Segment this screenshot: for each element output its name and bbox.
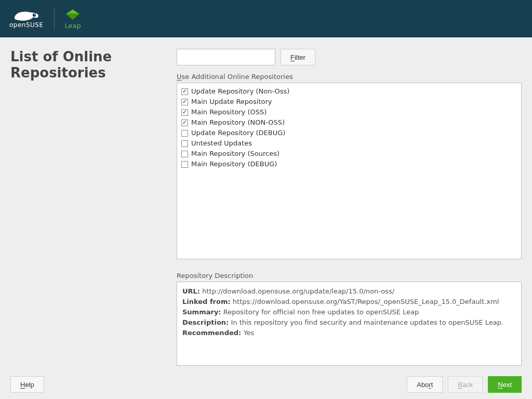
repo-checkbox[interactable]	[181, 130, 188, 137]
desc-description-value: In this repository you find security and…	[231, 318, 503, 326]
footer: Help Abort Back Next	[0, 370, 532, 399]
body: List of Online Repositories Filter Use A…	[0, 37, 532, 370]
desc-linked-value: https://download.opensuse.org/YaST/Repos…	[233, 298, 499, 305]
desc-section-label: Repository Description	[177, 272, 522, 280]
repo-row[interactable]: Main Repository (DEBUG)	[181, 159, 517, 169]
svg-point-1	[34, 14, 35, 15]
repo-checkbox[interactable]	[181, 161, 188, 168]
repo-checkbox[interactable]	[181, 151, 188, 157]
repo-checkbox[interactable]	[181, 88, 188, 95]
repo-row[interactable]: Update Repository (DEBUG)	[181, 128, 517, 138]
desc-recommended-key: Recommended:	[182, 329, 241, 337]
desc-linked-key: Linked from:	[182, 298, 231, 305]
repo-label: Untested Updates	[191, 138, 252, 149]
leap-wordmark: Leap	[65, 22, 81, 30]
gecko-icon	[12, 9, 41, 22]
leap-icon	[65, 8, 81, 21]
repo-label: Update Repository (DEBUG)	[191, 128, 285, 138]
repo-label: Main Repository (DEBUG)	[191, 159, 277, 169]
repo-row[interactable]: Main Repository (OSS)	[181, 107, 517, 117]
repos-section-label: Use Additional Online Repositories	[177, 73, 522, 81]
help-button[interactable]: Help	[10, 376, 44, 393]
opensuse-logo: openSUSE	[9, 9, 44, 29]
repo-label: Main Repository (OSS)	[191, 107, 267, 117]
desc-summary-value: Repository for official non free updates…	[223, 308, 419, 316]
desc-url-key: URL:	[182, 287, 200, 295]
repo-checkbox[interactable]	[181, 140, 188, 147]
svg-marker-3	[66, 14, 79, 20]
left-column: List of Online Repositories	[10, 49, 177, 370]
main-column: Filter Use Additional Online Repositorie…	[177, 49, 522, 370]
repo-checkbox[interactable]	[181, 99, 188, 105]
repo-checkbox[interactable]	[181, 109, 188, 116]
filter-input[interactable]	[177, 49, 275, 65]
filter-row: Filter	[177, 49, 522, 65]
repo-row[interactable]: Main Repository (NON-OSS)	[181, 117, 517, 128]
opensuse-wordmark: openSUSE	[9, 21, 44, 29]
svg-point-0	[33, 14, 36, 17]
repo-list[interactable]: Update Repository (Non-Oss)Main Update R…	[177, 83, 522, 259]
repo-label: Update Repository (Non-Oss)	[191, 86, 289, 97]
repo-description-box: URL: http://download.opensuse.org/update…	[177, 282, 522, 366]
page-title: List of Online Repositories	[10, 49, 167, 81]
brand-divider	[54, 7, 55, 30]
filter-button[interactable]: Filter	[281, 49, 315, 65]
abort-button[interactable]: Abort	[407, 376, 443, 393]
header-bar: openSUSE Leap	[0, 0, 532, 37]
desc-summary-key: Summary:	[182, 308, 221, 316]
repo-row[interactable]: Update Repository (Non-Oss)	[181, 86, 517, 97]
repo-row[interactable]: Main Repository (Sources)	[181, 149, 517, 159]
repo-checkbox[interactable]	[181, 119, 188, 126]
next-button[interactable]: Next	[488, 376, 522, 393]
repo-label: Main Repository (Sources)	[191, 149, 280, 159]
desc-description-key: Description:	[182, 318, 229, 326]
repo-label: Main Update Repository	[191, 97, 272, 107]
leap-logo: Leap	[65, 8, 81, 30]
repo-row[interactable]: Main Update Repository	[181, 97, 517, 107]
desc-recommended-value: Yes	[243, 329, 254, 337]
desc-url-value: http://download.opensuse.org/update/leap…	[202, 287, 394, 295]
brand-lockup: openSUSE Leap	[9, 7, 81, 30]
repo-label: Main Repository (NON-OSS)	[191, 117, 285, 128]
back-button: Back	[448, 376, 483, 393]
repo-row[interactable]: Untested Updates	[181, 138, 517, 149]
